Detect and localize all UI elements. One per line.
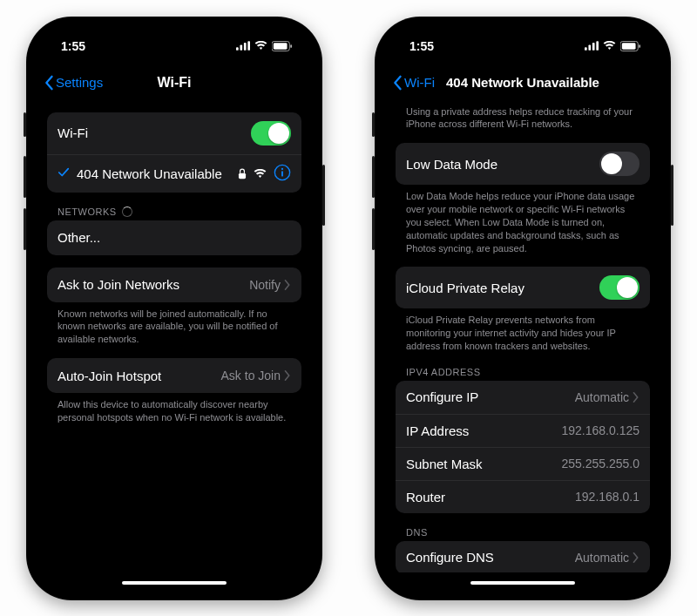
screen-left: 1:55 Settings Wi-Fi Wi-Fi	[37, 27, 312, 590]
auto-hotspot-label: Auto-Join Hotspot	[58, 369, 161, 383]
phone-left: 1:55 Settings Wi-Fi Wi-Fi	[26, 17, 322, 600]
svg-rect-3	[247, 41, 250, 51]
low-data-footer: Low Data Mode helps reduce your iPhone d…	[406, 190, 639, 254]
relay-toggle[interactable]	[599, 275, 639, 300]
svg-rect-5	[274, 43, 288, 49]
page-title: Wi-Fi	[158, 75, 192, 91]
other-networks-group: Other...	[47, 220, 301, 255]
svg-rect-10	[281, 171, 283, 176]
ip-address-label: IP Address	[406, 423, 469, 438]
spinner-icon	[122, 206, 132, 217]
svg-rect-7	[239, 173, 246, 179]
subnet-value: 255.255.255.0	[561, 457, 639, 470]
ask-join-label: Ask to Join Networks	[58, 277, 179, 292]
relay-group: iCloud Private Relay	[396, 267, 650, 308]
wifi-toggle[interactable]	[251, 121, 291, 146]
nav-bar: Wi-Fi 404 Network Unavailable	[385, 65, 660, 100]
low-data-row[interactable]: Low Data Mode	[396, 143, 650, 185]
phone-right: 1:55 Wi-Fi 404 Network Unavailable Using…	[375, 17, 671, 600]
back-label: Wi-Fi	[404, 75, 435, 90]
low-data-group: Low Data Mode	[396, 143, 650, 185]
ip-address-row: IP Address 192.168.0.125	[396, 414, 650, 447]
back-button[interactable]: Wi-Fi	[392, 75, 435, 91]
cellular-icon	[236, 41, 250, 51]
wifi-label: Wi-Fi	[58, 125, 88, 140]
configure-dns-row[interactable]: Configure DNS Automatic	[396, 541, 650, 572]
home-indicator[interactable]	[122, 581, 227, 585]
chevron-right-icon	[633, 392, 639, 403]
ip-address-value: 192.168.0.125	[561, 423, 639, 437]
home-indicator[interactable]	[470, 581, 575, 585]
ask-join-footer: Known networks will be joined automatica…	[58, 308, 291, 347]
svg-rect-2	[244, 43, 247, 51]
chevron-left-icon	[44, 75, 54, 91]
wifi-signal-icon	[254, 169, 267, 179]
ask-join-group: Ask to Join Networks Notify	[47, 267, 301, 302]
content: Wi-Fi 404 Network Unavailable	[37, 100, 312, 572]
svg-rect-6	[290, 44, 292, 48]
subnet-row: Subnet Mask 255.255.255.0	[396, 447, 650, 480]
dns-group: Configure DNS Automatic	[396, 541, 650, 572]
svg-rect-14	[596, 41, 599, 51]
network-name: 404 Network Unavailable	[77, 166, 222, 181]
ipv4-header: IPV4 ADDRESS	[406, 367, 639, 377]
wifi-toggle-row[interactable]: Wi-Fi	[47, 112, 301, 154]
chevron-left-icon	[392, 75, 403, 91]
wifi-icon	[603, 41, 616, 51]
svg-point-9	[281, 167, 283, 169]
svg-rect-16	[622, 43, 636, 49]
status-time: 1:55	[409, 39, 434, 53]
router-value: 192.168.0.1	[575, 490, 639, 504]
info-icon[interactable]	[274, 164, 291, 184]
battery-icon	[620, 41, 641, 51]
battery-icon	[272, 41, 293, 51]
lock-icon	[238, 168, 247, 179]
screen-right: 1:55 Wi-Fi 404 Network Unavailable Using…	[385, 27, 660, 590]
other-network-row[interactable]: Other...	[47, 220, 301, 255]
relay-row[interactable]: iCloud Private Relay	[396, 267, 650, 308]
current-network-row[interactable]: 404 Network Unavailable	[47, 154, 301, 193]
svg-rect-0	[236, 47, 239, 51]
private-address-footer: Using a private address helps reduce tra…	[406, 105, 639, 132]
relay-label: iCloud Private Relay	[406, 281, 524, 295]
configure-ip-value: Automatic	[575, 390, 629, 404]
networks-header: NETWORKS	[58, 206, 291, 217]
subnet-label: Subnet Mask	[406, 457, 483, 471]
status-indicators	[236, 41, 293, 51]
configure-dns-label: Configure DNS	[406, 550, 494, 565]
status-indicators	[585, 41, 641, 51]
router-label: Router	[406, 490, 445, 504]
svg-rect-11	[585, 47, 587, 51]
router-row: Router 192.168.0.1	[396, 480, 650, 513]
configure-ip-label: Configure IP	[406, 389, 478, 404]
notch	[457, 27, 588, 50]
low-data-label: Low Data Mode	[406, 157, 497, 172]
chevron-right-icon	[633, 552, 639, 563]
content: Using a private address helps reduce tra…	[385, 100, 660, 572]
back-label: Settings	[56, 75, 103, 90]
configure-ip-row[interactable]: Configure IP Automatic	[396, 381, 650, 414]
other-label: Other...	[58, 230, 100, 245]
wifi-icon	[254, 41, 267, 51]
ipv4-group: Configure IP Automatic IP Address 192.16…	[396, 381, 650, 513]
cellular-icon	[585, 41, 599, 51]
chevron-right-icon	[284, 280, 291, 290]
chevron-right-icon	[284, 370, 291, 381]
status-time: 1:55	[61, 39, 85, 53]
notch	[109, 27, 240, 50]
page-title: 404 Network Unavailable	[446, 75, 599, 90]
auto-hotspot-row[interactable]: Auto-Join Hotspot Ask to Join	[47, 358, 301, 393]
svg-rect-13	[592, 43, 595, 51]
low-data-toggle[interactable]	[599, 152, 639, 176]
ask-join-row[interactable]: Ask to Join Networks Notify	[47, 267, 301, 302]
svg-rect-1	[240, 45, 242, 51]
auto-hotspot-footer: Allow this device to automatically disco…	[58, 398, 291, 424]
svg-rect-12	[588, 45, 591, 51]
auto-hotspot-value: Ask to Join	[221, 369, 281, 382]
svg-rect-17	[639, 44, 640, 48]
back-button[interactable]: Settings	[44, 75, 103, 91]
nav-bar: Settings Wi-Fi	[37, 65, 312, 100]
checkmark-icon	[58, 166, 70, 181]
ask-join-value: Notify	[249, 278, 281, 292]
dns-header: DNS	[406, 527, 639, 538]
